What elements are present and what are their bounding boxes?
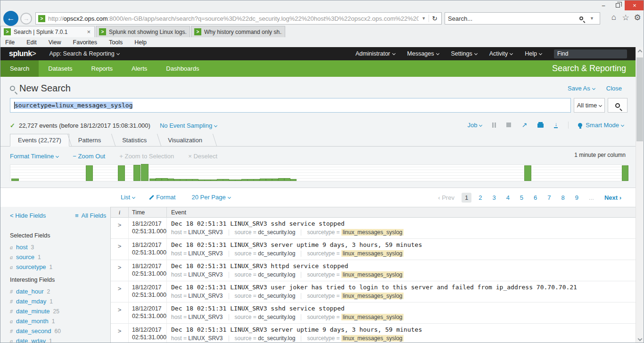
tab-close-icon[interactable]: ×: [86, 28, 91, 35]
timeline-bar[interactable]: [248, 179, 254, 181]
timeline-bar[interactable]: [198, 180, 205, 181]
find-input[interactable]: Find: [554, 49, 627, 58]
field-date-second[interactable]: #date_second60: [0, 326, 110, 336]
field-value[interactable]: linux_messages_syslog: [341, 314, 404, 320]
timeline-bar[interactable]: [241, 179, 248, 181]
timeline-bar[interactable]: [118, 165, 125, 181]
event-raw-text[interactable]: Dec 18 02:51:31 LINUX_SRV3 sshd service …: [171, 220, 636, 227]
field-name[interactable]: date_hour: [16, 288, 44, 295]
pagination-page-3[interactable]: 3: [489, 193, 499, 203]
timeline-bar[interactable]: [162, 178, 168, 181]
close-button[interactable]: ×: [625, 0, 644, 10]
save-as-button[interactable]: Save As: [568, 85, 595, 92]
pagination-page-2[interactable]: 2: [475, 193, 485, 203]
results-tab-events[interactable]: Events (22,727): [10, 134, 69, 147]
results-tab-patterns[interactable]: Patterns: [73, 134, 113, 146]
nav-item-alerts[interactable]: Alerts: [122, 60, 157, 77]
messages-menu[interactable]: Messages: [407, 50, 439, 57]
browser-tab-why-history-command-[interactable]: >Why history command only sh...: [191, 26, 285, 37]
minimize-button[interactable]: –: [596, 0, 611, 10]
menu-item-edit[interactable]: Edit: [26, 39, 37, 46]
event-raw-text[interactable]: Dec 18 02:51:31 LINUX_SRV3 sshd service …: [171, 305, 636, 312]
field-value[interactable]: linux_messages_syslog: [341, 293, 404, 299]
page-scrollbar[interactable]: [636, 47, 644, 343]
nav-item-search[interactable]: Search: [0, 60, 39, 77]
app-switcher[interactable]: App: Search & Reporting: [49, 50, 119, 57]
splunk-logo[interactable]: splunk>: [9, 49, 36, 58]
timeline-bar[interactable]: [11, 179, 19, 181]
event-expand-button[interactable]: >: [111, 281, 129, 302]
field-date-hour[interactable]: #date_hour2: [0, 286, 110, 296]
scroll-up-button[interactable]: [636, 47, 644, 55]
timeline-bar[interactable]: [156, 178, 162, 181]
browser-tab-splunk-not-showing-l[interactable]: >Splunk not showing Linux logs...: [96, 26, 190, 37]
timeline-bar[interactable]: [524, 165, 531, 181]
timeline-bar[interactable]: [133, 165, 140, 181]
pagination-page-7[interactable]: 7: [544, 193, 554, 203]
all-fields-button[interactable]: ≡ All Fields: [75, 212, 106, 219]
settings-menu[interactable]: Settings: [451, 50, 477, 57]
hide-fields-button[interactable]: < Hide Fields: [10, 212, 46, 219]
field-name[interactable]: sourcetype: [16, 263, 46, 270]
field-value[interactable]: dc_security.log: [258, 250, 295, 257]
time-range-picker[interactable]: All time: [574, 98, 605, 113]
field-value[interactable]: LINUX_SRV3: [188, 314, 223, 320]
timeline-bar[interactable]: [192, 179, 198, 181]
timeline-bar[interactable]: [272, 179, 278, 181]
field-value[interactable]: LINUX_SRV3: [188, 250, 223, 257]
close-search-button[interactable]: Close: [606, 85, 622, 92]
format-timeline-button[interactable]: Format Timeline: [10, 153, 58, 160]
format-button[interactable]: Format: [151, 194, 175, 201]
pagination-page-6[interactable]: 6: [530, 193, 540, 203]
share-icon[interactable]: ↗: [521, 121, 527, 129]
help-menu[interactable]: Help: [525, 50, 542, 57]
field-sourcetype[interactable]: asourcetype1: [0, 262, 110, 272]
pagination-page-5[interactable]: 5: [517, 193, 527, 203]
timeline-bar[interactable]: [211, 180, 217, 181]
timeline-bar[interactable]: [223, 179, 229, 181]
field-name[interactable]: date_mday: [16, 298, 46, 305]
timeline-bar[interactable]: [141, 164, 149, 181]
field-date-minute[interactable]: #date_minute25: [0, 306, 110, 316]
timeline-bar[interactable]: [260, 179, 266, 181]
search-mode-button[interactable]: Smart Mode: [568, 122, 624, 129]
export-icon[interactable]: ↓: [554, 122, 558, 128]
address-dropdown-icon[interactable]: ▼: [419, 16, 429, 21]
field-date-month[interactable]: adate_month1: [0, 316, 110, 326]
scrollbar-thumb[interactable]: [636, 57, 643, 141]
nav-item-reports[interactable]: Reports: [82, 60, 123, 77]
pagination-page-9[interactable]: 9: [572, 193, 582, 203]
field-host[interactable]: ahost3: [0, 242, 110, 252]
field-source[interactable]: asource1: [0, 252, 110, 262]
field-value[interactable]: dc_security.log: [258, 271, 295, 278]
field-value[interactable]: LINUX_SRV3: [188, 335, 223, 342]
event-raw-text[interactable]: Dec 18 02:51:31 LINUX_SRV3 server uptime…: [171, 326, 636, 333]
timeline-bar[interactable]: [217, 179, 223, 181]
field-value[interactable]: linux_messages_syslog: [341, 250, 404, 257]
list-view-button[interactable]: List: [121, 194, 135, 201]
timeline-bar[interactable]: [174, 179, 180, 181]
pagination-next[interactable]: Next ›: [601, 193, 625, 203]
event-sampling-button[interactable]: No Event Sampling: [160, 122, 217, 129]
results-tab-visualization[interactable]: Visualization: [162, 134, 215, 146]
menu-item-help[interactable]: Help: [134, 39, 147, 46]
field-name[interactable]: date_second: [16, 327, 51, 335]
field-name[interactable]: source: [16, 253, 34, 261]
job-menu[interactable]: Job: [467, 122, 482, 129]
timeline-bar[interactable]: [290, 179, 297, 181]
pagination-page-1[interactable]: 1: [462, 193, 471, 203]
timeline-histogram[interactable]: [10, 164, 627, 181]
timeline-bar[interactable]: [266, 179, 272, 181]
refresh-icon[interactable]: ↻: [429, 15, 440, 22]
address-bar[interactable]: > http://opscx2.ops.com:8000/en-GB/app/s…: [35, 12, 442, 24]
menu-item-tools[interactable]: Tools: [109, 39, 123, 46]
results-tab-statistics[interactable]: Statistics: [116, 134, 159, 146]
event-expand-button[interactable]: >: [111, 260, 129, 281]
timeline-bar[interactable]: [229, 180, 235, 181]
pause-icon[interactable]: [492, 122, 496, 128]
field-value[interactable]: LINUX_SRV3: [188, 293, 223, 299]
event-raw-text[interactable]: Dec 18 02:51:31 LINUX_SRV3 server uptime…: [171, 241, 636, 248]
search-dropdown-icon[interactable]: ▼: [587, 16, 597, 21]
timeline-bar[interactable]: [284, 178, 290, 181]
event-expand-button[interactable]: >: [111, 239, 129, 260]
